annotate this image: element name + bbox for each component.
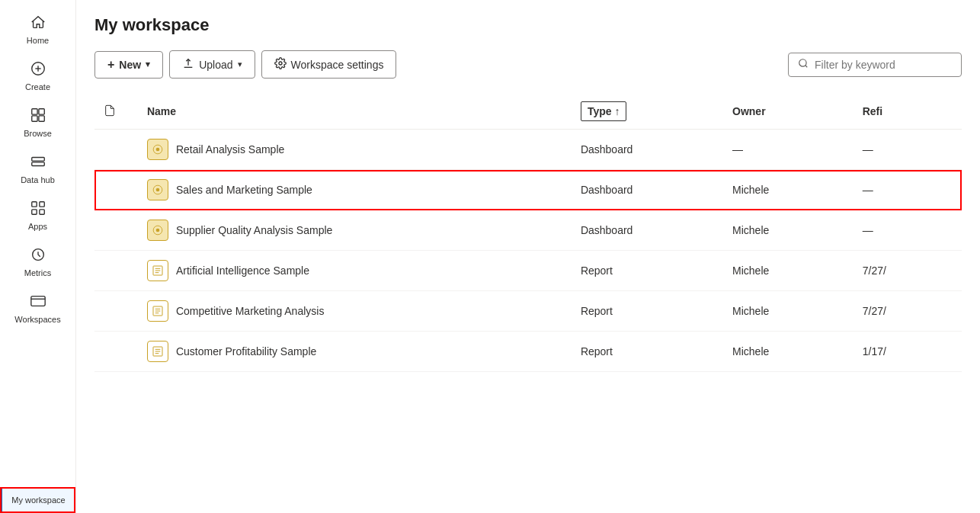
sidebar-item-my-workspace[interactable]: My workspace xyxy=(0,487,75,513)
sidebar-item-apps-label: Apps xyxy=(28,222,47,231)
sidebar-item-home[interactable]: Home xyxy=(0,6,75,53)
svg-point-23 xyxy=(156,148,160,152)
item-name[interactable]: Artificial Intelligence Sample xyxy=(176,265,309,277)
sidebar-item-apps[interactable]: Apps xyxy=(0,192,75,239)
row-refreshed-cell: — xyxy=(853,130,962,170)
svg-rect-13 xyxy=(31,210,36,214)
create-icon xyxy=(30,60,46,79)
table-row[interactable]: Customer Profitability Sample Report Mic… xyxy=(94,332,962,372)
row-name-cell: Competitive Marketing Analysis xyxy=(138,291,572,332)
item-name[interactable]: Sales and Marketing Sample xyxy=(176,184,312,196)
row-refreshed-cell: — xyxy=(853,210,962,251)
sidebar-item-create-label: Create xyxy=(25,82,50,91)
row-refreshed-cell: 7/27/ xyxy=(853,291,962,332)
svg-rect-7 xyxy=(31,158,44,162)
plus-icon: + xyxy=(107,58,114,72)
settings-icon xyxy=(274,57,287,72)
row-type-cell: Report xyxy=(572,291,723,332)
svg-line-21 xyxy=(805,65,808,67)
row-check-cell xyxy=(94,291,138,332)
table-row[interactable]: Retail Analysis Sample Dashboard — — xyxy=(94,130,962,170)
sidebar-item-workspaces[interactable]: Workspaces xyxy=(0,285,75,332)
item-name[interactable]: Supplier Quality Analysis Sample xyxy=(176,224,332,236)
workspace-settings-button[interactable]: Workspace settings xyxy=(261,50,397,79)
row-owner-cell: — xyxy=(723,130,853,170)
svg-rect-3 xyxy=(31,109,37,114)
workspaces-icon xyxy=(30,293,46,312)
sidebar-bottom: My workspace xyxy=(0,487,75,513)
col-type-header[interactable]: Type ↑ xyxy=(572,94,723,130)
my-workspace-label: My workspace xyxy=(11,495,65,505)
row-owner-cell: Michele xyxy=(723,170,853,210)
row-type-cell: Dashboard xyxy=(572,210,723,251)
table-row[interactable]: Artificial Intelligence Sample Report Mi… xyxy=(94,251,962,291)
row-owner-cell: Michele xyxy=(723,210,853,251)
metrics-icon xyxy=(30,246,46,265)
search-icon xyxy=(798,58,809,72)
row-name-cell: Retail Analysis Sample xyxy=(138,130,572,170)
col-refreshed-header: Refi xyxy=(853,94,962,130)
item-name[interactable]: Retail Analysis Sample xyxy=(176,143,284,156)
new-button[interactable]: + New ▾ xyxy=(94,51,163,79)
svg-rect-8 xyxy=(31,162,44,166)
page-title: My workspace xyxy=(94,15,962,35)
row-check-cell xyxy=(94,210,138,251)
row-name-cell: Sales and Marketing Sample xyxy=(138,170,572,210)
col-checkbox xyxy=(94,94,138,130)
sidebar-item-browse[interactable]: Browse xyxy=(0,99,75,146)
main-content: My workspace + New ▾ Upload ▾ Workspace … xyxy=(76,0,980,513)
apps-icon xyxy=(30,200,46,219)
row-check-cell xyxy=(94,130,138,170)
sidebar: Home Create Browse Data hub Apps Metrics xyxy=(0,0,76,513)
items-table: Name Type ↑ Owner Refi xyxy=(94,94,962,372)
table-row[interactable]: Supplier Quality Analysis Sample Dashboa… xyxy=(94,210,962,251)
datahub-icon xyxy=(30,153,46,172)
search-input[interactable] xyxy=(815,59,952,71)
sidebar-item-workspaces-label: Workspaces xyxy=(14,315,60,324)
home-icon xyxy=(30,14,46,33)
item-name[interactable]: Competitive Marketing Analysis xyxy=(176,305,325,317)
browse-icon xyxy=(30,107,46,126)
svg-point-25 xyxy=(156,188,160,192)
sidebar-item-datahub[interactable]: Data hub xyxy=(0,146,75,192)
row-type-cell: Report xyxy=(572,251,723,291)
row-name-cell: Customer Profitability Sample xyxy=(138,332,572,372)
sidebar-item-metrics-label: Metrics xyxy=(24,268,51,277)
col-name-header: Name xyxy=(138,94,572,130)
svg-rect-6 xyxy=(38,116,43,121)
chevron-down-icon: ▾ xyxy=(146,59,150,69)
svg-rect-12 xyxy=(39,202,43,207)
col-owner-header: Owner xyxy=(723,94,853,130)
row-owner-cell: Michele xyxy=(723,251,853,291)
dashboard-icon xyxy=(147,220,168,241)
row-name-cell: Supplier Quality Analysis Sample xyxy=(138,210,572,251)
sidebar-item-datahub-label: Data hub xyxy=(21,175,55,184)
report-icon xyxy=(147,341,168,362)
sidebar-item-home-label: Home xyxy=(27,36,49,45)
row-type-cell: Dashboard xyxy=(572,170,723,210)
row-check-cell xyxy=(94,251,138,291)
svg-rect-11 xyxy=(31,202,36,207)
toolbar: + New ▾ Upload ▾ Workspace settings xyxy=(94,50,962,79)
table-row[interactable]: Sales and Marketing Sample Dashboard Mic… xyxy=(94,170,962,210)
row-refreshed-cell: 1/17/ xyxy=(853,332,962,372)
row-refreshed-cell: — xyxy=(853,170,962,210)
filter-input-container[interactable] xyxy=(788,53,962,77)
svg-point-20 xyxy=(799,59,806,66)
sidebar-item-metrics[interactable]: Metrics xyxy=(0,239,75,285)
row-refreshed-cell: 7/27/ xyxy=(853,251,962,291)
svg-rect-16 xyxy=(30,297,44,306)
svg-rect-4 xyxy=(38,109,43,114)
sidebar-item-browse-label: Browse xyxy=(24,129,52,138)
row-type-cell: Report xyxy=(572,332,723,372)
file-icon xyxy=(104,107,116,119)
table-row[interactable]: Competitive Marketing Analysis Report Mi… xyxy=(94,291,962,332)
upload-button[interactable]: Upload ▾ xyxy=(169,50,255,79)
row-check-cell xyxy=(94,332,138,372)
sidebar-item-create[interactable]: Create xyxy=(0,53,75,99)
svg-point-27 xyxy=(156,229,160,232)
svg-rect-14 xyxy=(39,210,43,214)
item-name[interactable]: Customer Profitability Sample xyxy=(176,345,316,357)
upload-icon xyxy=(182,57,194,72)
row-name-cell: Artificial Intelligence Sample xyxy=(138,251,572,291)
